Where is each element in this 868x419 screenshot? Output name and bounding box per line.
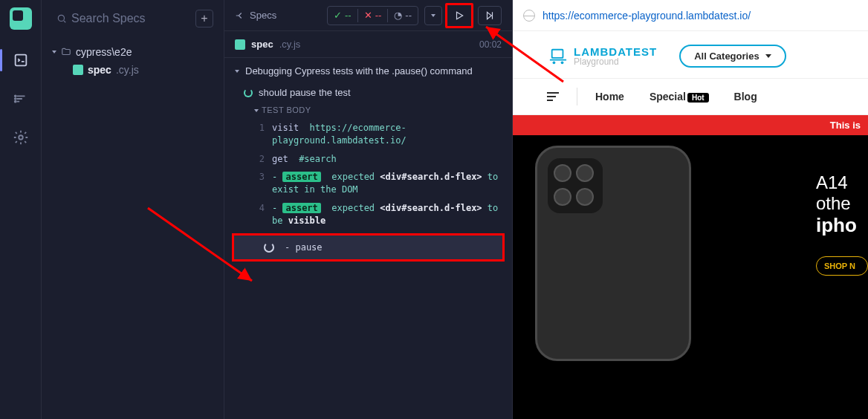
running-spec-name: spec — [251, 39, 273, 50]
new-spec-button[interactable]: + — [195, 10, 213, 27]
spec-file-name: spec — [88, 64, 111, 76]
test-body-label: TEST BODY — [224, 101, 512, 119]
cypress-logo — [10, 7, 32, 30]
address-bar: https://ecommerce-playground.lambdatest.… — [513, 0, 868, 31]
svg-point-5 — [58, 15, 64, 21]
shop-now-button[interactable]: SHOP N — [816, 256, 868, 276]
hot-badge: Hot — [687, 93, 709, 103]
test-row[interactable]: should pause the test — [224, 84, 512, 101]
fail-count: ✕ -- — [358, 10, 388, 21]
brand-name: LAMBDATEST — [574, 46, 657, 57]
nav-rail — [0, 0, 42, 419]
svg-point-2 — [14, 98, 16, 100]
step-icon — [485, 10, 495, 21]
specs-back-label: Specs — [250, 10, 276, 21]
pause-spinner-icon — [264, 242, 274, 253]
folder-name: cypress\e2e — [76, 46, 132, 58]
pause-label: - pause — [285, 242, 323, 253]
menu-icon[interactable] — [547, 92, 559, 101]
resume-button[interactable] — [449, 5, 470, 26]
pending-count: ◔ -- — [388, 10, 418, 21]
app-preview: https://ecommerce-playground.lambdatest.… — [513, 0, 868, 419]
svg-point-8 — [553, 61, 556, 64]
brand-sub: Playground — [574, 57, 657, 66]
spec-timer: 00:02 — [479, 39, 502, 50]
hero-line1: A14 — [816, 172, 868, 193]
search-input[interactable]: Search Specs — [52, 9, 190, 28]
hero-line2: othe — [816, 193, 868, 214]
site-header: LAMBDATEST Playground All Categories — [513, 31, 868, 79]
pause-row[interactable]: - pause — [232, 233, 505, 262]
specs-sidebar: Search Specs + cypress\e2e spec.cy.js — [42, 0, 224, 419]
spec-file-icon — [235, 39, 245, 50]
command-row[interactable]: 1 visit https://ecommerce-playground.lam… — [224, 119, 512, 150]
svg-point-4 — [19, 135, 23, 140]
svg-rect-0 — [15, 55, 26, 66]
folder-icon — [61, 47, 71, 57]
specs-back[interactable]: Specs — [235, 10, 276, 21]
search-placeholder: Search Specs — [71, 12, 146, 25]
step-next-button[interactable] — [479, 10, 501, 21]
command-row[interactable]: 4 - assert expected <div#search.d-flex> … — [224, 199, 512, 230]
test-title: should pause the test — [259, 87, 351, 98]
phone-image — [535, 146, 691, 361]
command-row[interactable]: 2 get #search — [224, 150, 512, 169]
spec-file-icon — [73, 65, 83, 75]
test-stats: ✓ -- ✕ -- ◔ -- — [327, 6, 418, 25]
nav-blog[interactable]: Blog — [734, 91, 757, 103]
promo-strip: This is — [513, 115, 868, 135]
cart-icon — [547, 48, 569, 65]
site-nav: Home SpecialHot Blog — [513, 79, 868, 115]
running-spinner-icon — [244, 88, 253, 97]
chevron-down-icon — [765, 54, 771, 58]
globe-icon — [523, 10, 535, 22]
hero-line3: ipho — [816, 214, 868, 237]
options-dropdown[interactable] — [425, 14, 441, 17]
divider — [577, 88, 577, 105]
nav-special[interactable]: SpecialHot — [650, 91, 709, 103]
running-spec-ext: .cy.js — [279, 39, 301, 50]
folder-row[interactable]: cypress\e2e — [52, 43, 213, 61]
chevron-down-icon — [235, 70, 239, 73]
play-icon — [454, 10, 464, 21]
nav-home[interactable]: Home — [595, 91, 624, 103]
brand-logo[interactable]: LAMBDATEST Playground — [547, 46, 657, 66]
pass-count: ✓ -- — [328, 10, 357, 21]
suite-title: Debugging Cypress tests with the .pause(… — [245, 65, 473, 77]
svg-point-9 — [561, 61, 564, 64]
svg-point-1 — [14, 95, 16, 97]
runner-panel: Specs ✓ -- ✕ -- ◔ -- — [224, 0, 513, 419]
suite-row[interactable]: Debugging Cypress tests with the .pause(… — [224, 58, 512, 84]
back-icon — [235, 10, 245, 21]
spec-header: spec.cy.js 00:02 — [224, 31, 512, 58]
svg-rect-7 — [553, 50, 563, 56]
svg-point-3 — [14, 101, 16, 103]
spec-file-row[interactable]: spec.cy.js — [52, 61, 213, 79]
search-icon — [56, 13, 67, 24]
chevron-down-icon — [52, 51, 56, 53]
command-row[interactable]: 3 - assert expected <div#search.d-flex> … — [224, 168, 512, 199]
preview-url: https://ecommerce-playground.lambdatest.… — [542, 10, 858, 22]
spec-file-ext: .cy.js — [116, 64, 139, 76]
settings-nav-icon[interactable] — [13, 129, 29, 146]
runner-header: Specs ✓ -- ✕ -- ◔ -- — [224, 0, 512, 31]
categories-dropdown[interactable]: All Categories — [679, 45, 786, 68]
categories-label: All Categories — [694, 51, 759, 62]
specs-nav-icon[interactable] — [13, 52, 29, 68]
runs-nav-icon[interactable] — [13, 91, 29, 107]
hero-banner: A14 othe ipho SHOP N — [513, 135, 868, 419]
